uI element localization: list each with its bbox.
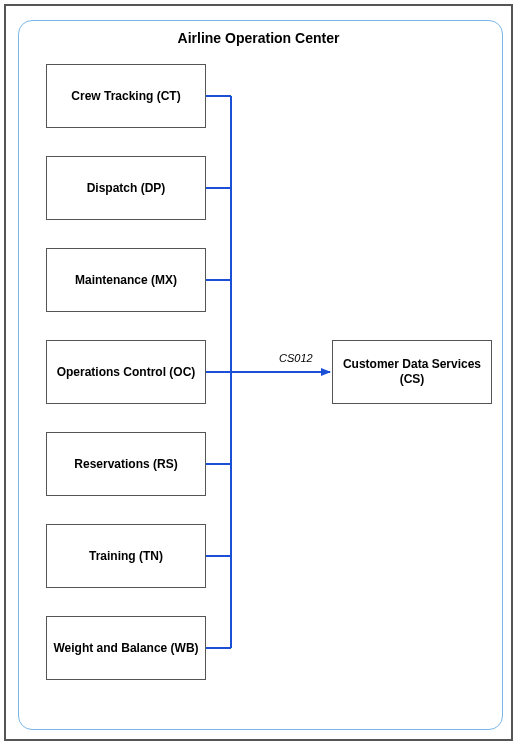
- node-label: Operations Control (OC): [57, 365, 196, 380]
- node-label: Maintenance (MX): [75, 273, 177, 288]
- node-crew-tracking: Crew Tracking (CT): [46, 64, 206, 128]
- container-title: Airline Operation Center: [6, 30, 511, 46]
- node-training: Training (TN): [46, 524, 206, 588]
- node-operations-control: Operations Control (OC): [46, 340, 206, 404]
- node-label: Weight and Balance (WB): [53, 641, 198, 656]
- node-label: Reservations (RS): [74, 457, 177, 472]
- node-label: Customer Data Services (CS): [337, 357, 487, 387]
- node-reservations: Reservations (RS): [46, 432, 206, 496]
- node-label: Dispatch (DP): [87, 181, 166, 196]
- node-maintenance: Maintenance (MX): [46, 248, 206, 312]
- diagram-outer-frame: Airline Operation Center Crew Tracking (…: [4, 4, 513, 741]
- edge-label-cs012: CS012: [279, 352, 313, 364]
- node-label: Crew Tracking (CT): [71, 89, 180, 104]
- node-label: Training (TN): [89, 549, 163, 564]
- node-dispatch: Dispatch (DP): [46, 156, 206, 220]
- node-customer-data-services: Customer Data Services (CS): [332, 340, 492, 404]
- node-weight-balance: Weight and Balance (WB): [46, 616, 206, 680]
